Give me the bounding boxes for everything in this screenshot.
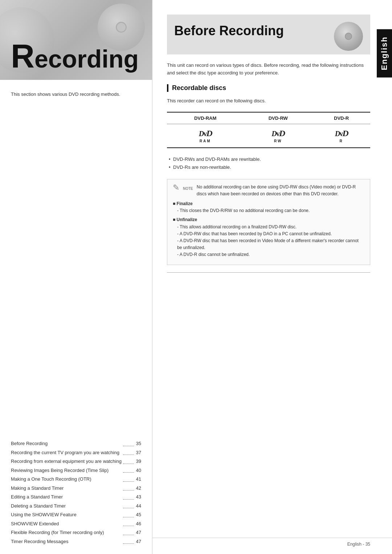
toc-dots [123, 535, 134, 535]
disc-col-ram: DVD-RAM [167, 112, 244, 124]
left-description: This section shows various DVD recording… [0, 80, 152, 98]
note-unfinalize-block: ■ Unfinalize - This allows additional re… [173, 216, 364, 258]
note-unfinalize-title: ■ Unfinalize [173, 216, 364, 223]
toc-page: 44 [134, 502, 141, 510]
note-label: NOTE [183, 186, 193, 192]
disc-icon-area [334, 22, 363, 51]
note-unfinalize-item-1: - A DVD-RW disc that has been recorded b… [173, 231, 364, 237]
left-panel: Recording This section shows various DVD… [0, 0, 152, 554]
note-unfinalize-item-3: - A DVD-R disc cannot be unfinalized. [173, 251, 364, 258]
english-tab: English [377, 29, 392, 77]
toc-item-text: Recording the current TV program you are… [11, 449, 123, 456]
toc-page: 39 [134, 458, 141, 465]
toc-item-text: Deleting a Standard Timer [11, 502, 123, 510]
toc-page: 41 [134, 476, 141, 483]
toc-page: 46 [134, 520, 141, 527]
toc-dots [123, 526, 134, 526]
toc-item: Making a One Touch Recording (OTR)41 [11, 476, 141, 483]
left-header: Recording [0, 0, 152, 80]
toc-page: 37 [134, 449, 141, 456]
toc-item: Editing a Standard Timer43 [11, 493, 141, 501]
dvd-logo-r: DvD [316, 129, 367, 138]
recordable-discs-heading: Recordable discs [167, 84, 370, 92]
recording-title: Recording [11, 40, 139, 73]
toc-item-text: Using the SHOWVIEW Feature [11, 511, 123, 518]
bullet-r-nonrewritable: DVD-Rs are non-rewritable. [169, 163, 370, 171]
toc-item-text: Timer Recording Messages [11, 538, 123, 545]
note-unfinalize-item-2: - A DVD-RW disc that has been recorded i… [173, 237, 364, 251]
right-content: Before Recording This unit can record on… [152, 0, 392, 538]
disc-icon-inner [345, 33, 352, 40]
toc-page: 47 [134, 538, 141, 545]
disc-icon-outer [334, 22, 363, 51]
right-panel: English Before Recording This unit can r… [152, 0, 392, 554]
dvd-logo-rw: DvD [247, 129, 309, 138]
disc-logo-row: DvD RAM DvD RW DvD R [167, 124, 370, 148]
disc-col-r: DVD-R [313, 112, 370, 124]
toc-dots [123, 472, 134, 473]
recording-title-rest: ecording [34, 45, 139, 73]
toc-item: Flexible Recording (for Timer recording … [11, 529, 141, 536]
toc-item-text: Flexible Recording (for Timer recording … [11, 529, 123, 536]
note-finalize-block: ■ Finalize - This closes the DVD-R/RW so… [173, 200, 364, 214]
before-recording-title: Before Recording [174, 23, 284, 42]
toc-item: Using the SHOWVIEW Feature45 [11, 511, 141, 518]
note-finalize-title: ■ Finalize [173, 200, 364, 207]
toc-page: 47 [134, 529, 141, 536]
toc-item-text: SHOWVIEW Extended [11, 520, 123, 527]
toc-dots [123, 499, 134, 500]
horizontal-divider [167, 272, 370, 273]
toc-dots [123, 446, 134, 446]
toc-dots [123, 455, 134, 455]
page-number: English - 35 [347, 542, 370, 547]
dvd-sub-r: R [316, 139, 367, 143]
toc-item: Timer Recording Messages47 [11, 538, 141, 545]
table-of-contents: Before Recording35Recording the current … [0, 433, 152, 554]
note-main-text: No additional recording can be done usin… [197, 184, 364, 197]
toc-item-text: Before Recording [11, 440, 123, 447]
toc-item-text: Reviewing Images Being Recorded (Time Sl… [11, 467, 123, 474]
disc-hole [116, 22, 127, 33]
toc-item: Recording from external equipment you ar… [11, 458, 141, 465]
toc-page: 45 [134, 511, 141, 518]
toc-dots [123, 543, 134, 544]
toc-page: 35 [134, 440, 141, 447]
disc-bullets: DVD-RWs and DVD-RAMs are rewritable. DVD… [167, 155, 370, 171]
toc-page: 40 [134, 467, 141, 474]
toc-item-text: Making a One Touch Recording (OTR) [11, 476, 123, 483]
dvd-sub-rw: RW [247, 139, 309, 143]
disc-col-rw: DVD-RW [244, 112, 313, 124]
toc-item: Recording the current TV program you are… [11, 449, 141, 456]
toc-dots [123, 481, 134, 482]
toc-dots [123, 464, 134, 464]
toc-container: Before Recording35Recording the current … [11, 440, 141, 545]
intro-text: This unit can record on various types of… [167, 62, 370, 77]
note-header: ✎ NOTE No additional recording can be do… [173, 184, 364, 197]
disc-logo-rw: DvD RW [244, 124, 313, 148]
toc-item: Reviewing Images Being Recorded (Time Sl… [11, 467, 141, 474]
before-recording-header-area: Before Recording [167, 15, 370, 54]
left-description-text: This section shows various DVD recording… [11, 91, 141, 98]
note-finalize-text: - This closes the DVD-R/RW so no additio… [173, 207, 364, 214]
disc-logo-r: DvD R [313, 124, 370, 148]
dvd-sub-ram: RAM [171, 139, 240, 143]
recording-title-r: R [11, 38, 34, 74]
note-unfinalize-item-0: - This allows additional recording on a … [173, 224, 364, 231]
toc-dots [123, 517, 134, 517]
toc-item: SHOWVIEW Extended46 [11, 520, 141, 527]
toc-item-text: Making a Standard Timer [11, 485, 123, 492]
disc-table: DVD-RAM DVD-RW DVD-R DvD RAM DvD RW [167, 112, 370, 148]
toc-page: 43 [134, 493, 141, 501]
toc-page: 42 [134, 485, 141, 492]
toc-item-text: Recording from external equipment you ar… [11, 458, 123, 465]
before-recording-title-wrapper: Before Recording [174, 23, 284, 49]
toc-item: Deleting a Standard Timer44 [11, 502, 141, 510]
toc-item: Making a Standard Timer42 [11, 485, 141, 492]
dvd-logo-ram: DvD [171, 129, 240, 138]
note-box: ✎ NOTE No additional recording can be do… [167, 179, 370, 265]
bullet-rw-rewritable: DVD-RWs and DVD-RAMs are rewritable. [169, 155, 370, 163]
toc-dots [123, 490, 134, 490]
toc-item: Before Recording35 [11, 440, 141, 447]
note-icon: ✎ [173, 184, 179, 192]
disc-logo-ram: DvD RAM [167, 124, 244, 148]
